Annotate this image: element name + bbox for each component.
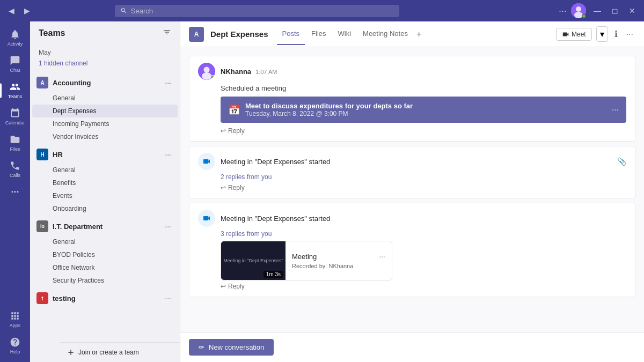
post2-replies[interactable]: 2 replies from you bbox=[221, 173, 626, 181]
testing-more-icon[interactable]: ··· bbox=[163, 293, 173, 304]
hidden-channel-link[interactable]: 1 hidden channel bbox=[30, 58, 180, 71]
add-tab-button[interactable]: + bbox=[414, 29, 423, 39]
may-section: May 1 hidden channel bbox=[30, 45, 180, 73]
user-avatar[interactable] bbox=[571, 3, 586, 18]
post1-reply-label: Reply bbox=[228, 127, 245, 135]
channel-security-practices[interactable]: Security Practices bbox=[32, 274, 178, 287]
post-meeting-started-3: Meeting in "Dept Expenses" started 3 rep… bbox=[189, 203, 635, 297]
team-header-it[interactable]: io I.T. Department ··· bbox=[30, 217, 180, 235]
teams-list: May 1 hidden channel A Accounting ··· Ge… bbox=[30, 45, 180, 362]
meeting-event-time: Tuesday, March 8, 2022 @ 3:00 PM bbox=[245, 110, 606, 117]
header-more-icon[interactable]: ··· bbox=[624, 27, 635, 41]
sidebar-item-chat[interactable]: Chat bbox=[0, 52, 30, 76]
tab-wiki[interactable]: Wiki bbox=[333, 23, 357, 45]
hr-avatar: H bbox=[36, 149, 48, 160]
conversation-bar: ✏ New conversation bbox=[180, 332, 644, 362]
meet-button[interactable]: Meet bbox=[556, 28, 592, 41]
testing-avatar: t bbox=[36, 292, 48, 304]
new-conversation-button[interactable]: ✏ New conversation bbox=[189, 339, 274, 356]
reply-arrow-icon: ↩ bbox=[221, 127, 226, 135]
team-header-accounting[interactable]: A Accounting ··· bbox=[30, 73, 180, 92]
channel-dept-expenses[interactable]: Dept Expenses bbox=[32, 105, 178, 117]
hr-more-icon[interactable]: ··· bbox=[163, 149, 173, 160]
back-button[interactable]: ◀ bbox=[5, 4, 18, 17]
post1-header: NKhanna 1:07 AM bbox=[198, 63, 626, 80]
team-group-hr: H HR ··· General Benefits Events Onboard… bbox=[30, 145, 180, 215]
post-meeting-started-2: Meeting in "Dept Expenses" started 📎 2 r… bbox=[189, 146, 635, 198]
channel-office-network[interactable]: Office Network bbox=[32, 261, 178, 274]
accounting-avatar: A bbox=[36, 77, 48, 88]
sidebar-item-calls[interactable]: Calls bbox=[0, 157, 30, 181]
channel-events[interactable]: Events bbox=[32, 189, 178, 202]
recording-duration: 1m 3s bbox=[264, 271, 283, 278]
post3-replies[interactable]: 3 replies from you bbox=[221, 230, 626, 238]
posts-area: NKhanna 1:07 AM Scheduled a meeting 📅 Me… bbox=[180, 47, 644, 332]
minimize-button[interactable]: — bbox=[590, 5, 604, 16]
maximize-button[interactable]: ◻ bbox=[609, 5, 621, 16]
post3-reply-button[interactable]: ↩ Reply bbox=[221, 283, 626, 290]
channel-incoming-payments[interactable]: Incoming Payments bbox=[32, 117, 178, 130]
channel-byod-policies[interactable]: BYOD Policies bbox=[32, 248, 178, 261]
meeting-event-text: Meet to discuss expenditures for your de… bbox=[245, 102, 606, 117]
team-header-hr[interactable]: H HR ··· bbox=[30, 145, 180, 164]
channel-general-hr[interactable]: General bbox=[32, 164, 178, 176]
tab-meeting-notes[interactable]: Meeting Notes bbox=[357, 23, 413, 45]
icon-sidebar: Activity Chat Teams Calendar Files Calls… bbox=[0, 21, 30, 362]
main-layout: Activity Chat Teams Calendar Files Calls… bbox=[0, 21, 644, 362]
calls-icon bbox=[10, 160, 20, 171]
recording-more-icon[interactable]: ··· bbox=[379, 252, 385, 261]
join-team-button[interactable]: Join or create a team bbox=[67, 348, 139, 357]
recording-card[interactable]: Meeting in "Dept Expenses" 1m 3s Meeting… bbox=[221, 241, 392, 280]
channel-general-acc[interactable]: General bbox=[32, 92, 178, 105]
teams-header: Teams bbox=[30, 21, 180, 45]
meeting-event-more-icon[interactable]: ··· bbox=[612, 105, 619, 115]
files-label: Files bbox=[10, 146, 20, 152]
search-bar[interactable] bbox=[115, 5, 399, 17]
post1-description: Scheduled a meeting bbox=[221, 84, 626, 92]
recording-thumbnail: Meeting in "Dept Expenses" 1m 3s bbox=[221, 241, 286, 280]
help-label: Help bbox=[10, 349, 20, 354]
sidebar-item-files[interactable]: Files bbox=[0, 131, 30, 155]
titlebar: ◀ ▶ ··· — ◻ ✕ bbox=[0, 0, 644, 21]
nkhanna-status bbox=[210, 75, 215, 80]
post1-time: 1:07 AM bbox=[255, 69, 277, 75]
info-icon[interactable]: ℹ bbox=[612, 27, 620, 41]
paperclip-icon: 📎 bbox=[617, 157, 626, 166]
reply-arrow-icon3: ↩ bbox=[221, 283, 226, 290]
post3-meeting-icon bbox=[198, 210, 215, 227]
post3-reply-label: Reply bbox=[228, 283, 245, 290]
more-dots[interactable]: ··· bbox=[559, 5, 567, 17]
channel-general-it[interactable]: General bbox=[32, 235, 178, 248]
post2-reply-button[interactable]: ↩ Reply bbox=[221, 184, 626, 191]
channel-onboarding[interactable]: Onboarding bbox=[32, 202, 178, 215]
calendar-icon bbox=[10, 108, 20, 119]
channel-title: Dept Expenses bbox=[210, 29, 268, 39]
sidebar-item-apps[interactable]: Apps bbox=[0, 307, 30, 331]
reply-arrow-icon2: ↩ bbox=[221, 184, 226, 191]
filter-icon[interactable] bbox=[163, 28, 171, 38]
post3-title: Meeting in "Dept Expenses" started bbox=[221, 215, 626, 223]
channel-vendor-invoices[interactable]: Vendor Invoices bbox=[32, 130, 178, 143]
team-group-testing: t testing ··· bbox=[30, 289, 180, 307]
accounting-more-icon[interactable]: ··· bbox=[163, 77, 173, 88]
sidebar-item-activity[interactable]: Activity bbox=[0, 26, 30, 50]
may-label: May bbox=[30, 47, 180, 58]
tab-posts[interactable]: Posts bbox=[277, 23, 305, 45]
channel-header: A Dept Expenses Posts Files Wiki Meeting… bbox=[180, 21, 644, 47]
channel-benefits[interactable]: Benefits bbox=[32, 176, 178, 189]
search-input[interactable] bbox=[131, 7, 394, 15]
meet-dropdown[interactable]: ▾ bbox=[596, 26, 608, 42]
team-header-testing[interactable]: t testing ··· bbox=[30, 289, 180, 307]
files-icon bbox=[10, 134, 20, 145]
tab-files[interactable]: Files bbox=[306, 23, 331, 45]
sidebar-item-teams[interactable]: Teams bbox=[0, 78, 30, 102]
sidebar-item-help[interactable]: Help bbox=[0, 334, 30, 358]
post1-reply-button[interactable]: ↩ Reply bbox=[221, 127, 626, 135]
video-started-icon bbox=[202, 157, 211, 166]
team-group-accounting: A Accounting ··· General Dept Expenses I… bbox=[30, 73, 180, 143]
forward-button[interactable]: ▶ bbox=[21, 4, 33, 17]
sidebar-item-calendar[interactable]: Calendar bbox=[0, 105, 30, 129]
sidebar-item-more[interactable]: ··· bbox=[0, 183, 30, 201]
it-more-icon[interactable]: ··· bbox=[163, 221, 173, 232]
close-button[interactable]: ✕ bbox=[626, 5, 639, 16]
